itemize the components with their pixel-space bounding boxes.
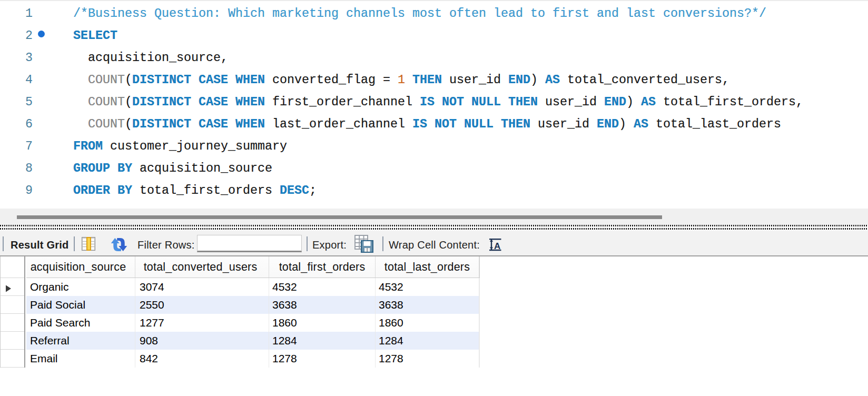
svg-text:A: A xyxy=(494,241,500,251)
